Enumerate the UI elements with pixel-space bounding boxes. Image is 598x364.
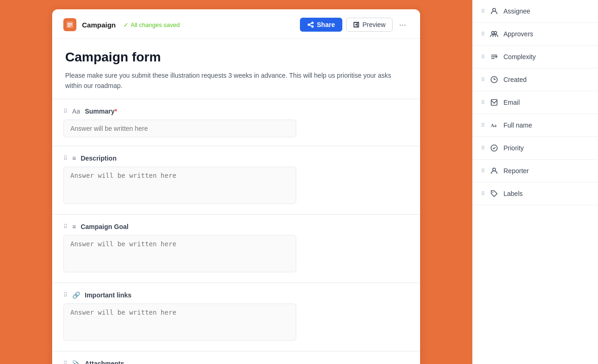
form-card: Campaign ✓ All changes saved bbox=[52, 9, 420, 364]
drag-handle-summary[interactable]: ⠿ bbox=[63, 108, 68, 115]
approvers-icon bbox=[489, 29, 499, 39]
assignee-icon bbox=[489, 7, 499, 16]
full-name-icon: Aa bbox=[489, 121, 499, 130]
sidebar-item-labels[interactable]: ⠿ Labels bbox=[473, 182, 598, 205]
sidebar-item-assignee[interactable]: ⠿ Assignee bbox=[473, 0, 598, 23]
field-summary-section: ⠿ Aa Summary* bbox=[52, 99, 420, 146]
svg-point-11 bbox=[494, 32, 496, 34]
complexity-icon bbox=[489, 52, 499, 61]
svg-point-19 bbox=[492, 192, 493, 193]
header-actions: Share Preview ··· bbox=[300, 18, 409, 32]
sidebar-drag-complexity: ⠿ bbox=[481, 54, 485, 60]
sidebar-drag-assignee: ⠿ bbox=[481, 8, 485, 14]
svg-point-10 bbox=[492, 32, 494, 34]
sidebar-item-email[interactable]: ⠿ Email bbox=[473, 91, 598, 114]
description-type-icon: ≡ bbox=[72, 155, 76, 162]
field-important-links-header: ⠿ 🔗 Important links bbox=[63, 291, 409, 299]
svg-point-4 bbox=[312, 22, 313, 24]
summary-type-icon: Aa bbox=[72, 108, 80, 115]
svg-point-6 bbox=[308, 24, 310, 26]
drag-handle-important-links[interactable]: ⠿ bbox=[63, 292, 68, 298]
summary-input[interactable] bbox=[63, 120, 296, 137]
attachments-label: Attachments bbox=[85, 360, 124, 364]
share-button[interactable]: Share bbox=[300, 18, 342, 32]
sidebar-item-complexity[interactable]: ⠿ Complexity bbox=[473, 46, 598, 68]
email-label: Email bbox=[503, 99, 520, 106]
important-links-input[interactable] bbox=[63, 303, 296, 341]
sidebar-item-priority[interactable]: ⠿ Priority bbox=[473, 137, 598, 160]
field-description-section: ⠿ ≡ Description bbox=[52, 146, 420, 214]
description-label: Description bbox=[81, 155, 116, 162]
created-label: Created bbox=[503, 76, 527, 83]
sidebar-drag-priority: ⠿ bbox=[481, 145, 485, 151]
form-description: Please make sure you submit these illust… bbox=[65, 70, 407, 91]
field-campaign-goal-header: ⠿ ≡ Campaign Goal bbox=[63, 223, 409, 230]
field-description-header: ⠿ ≡ Description bbox=[63, 155, 409, 162]
sidebar-drag-approvers: ⠿ bbox=[481, 31, 485, 37]
more-options-button[interactable]: ··· bbox=[396, 18, 409, 32]
form-title-section: Campaign form Please make sure you submi… bbox=[52, 39, 420, 99]
field-summary-header: ⠿ Aa Summary* bbox=[63, 108, 409, 115]
labels-icon bbox=[489, 189, 499, 198]
svg-line-7 bbox=[310, 23, 312, 24]
save-status-text: All changes saved bbox=[131, 21, 180, 28]
labels-label: Labels bbox=[503, 190, 523, 197]
assignee-label: Assignee bbox=[503, 7, 530, 15]
form-main-title: Campaign form bbox=[65, 50, 407, 65]
sidebar-item-approvers[interactable]: ⠿ Approvers bbox=[473, 23, 598, 46]
reporter-label: Reporter bbox=[503, 167, 529, 175]
drag-handle-campaign-goal[interactable]: ⠿ bbox=[63, 223, 68, 230]
summary-label: Summary* bbox=[85, 108, 117, 115]
field-attachments-header: ⠿ 📎 Attachments bbox=[63, 360, 409, 364]
svg-rect-1 bbox=[68, 23, 72, 24]
form-app-icon bbox=[63, 18, 76, 31]
right-sidebar: ⠿ Assignee ⠿ Approvers ⠿ bbox=[472, 0, 598, 364]
drag-handle-attachments[interactable]: ⠿ bbox=[63, 360, 68, 364]
attachments-type-icon: 📎 bbox=[72, 360, 80, 364]
campaign-goal-input[interactable] bbox=[63, 235, 296, 272]
campaign-goal-type-icon: ≡ bbox=[72, 223, 76, 230]
form-card-header: Campaign ✓ All changes saved bbox=[52, 9, 420, 39]
svg-text:Aa: Aa bbox=[491, 123, 496, 128]
drag-handle-description[interactable]: ⠿ bbox=[63, 155, 68, 162]
important-links-label: Important links bbox=[85, 291, 131, 299]
important-links-type-icon: 🔗 bbox=[72, 291, 80, 299]
preview-button[interactable]: Preview bbox=[346, 18, 393, 32]
main-content: Campaign ✓ All changes saved bbox=[0, 0, 472, 364]
form-name-label: Campaign bbox=[82, 21, 116, 29]
svg-rect-3 bbox=[68, 26, 70, 27]
sidebar-item-created[interactable]: ⠿ Created bbox=[473, 68, 598, 91]
sidebar-drag-reporter: ⠿ bbox=[481, 168, 485, 174]
required-indicator: * bbox=[115, 108, 117, 115]
full-name-label: Full name bbox=[503, 121, 532, 129]
priority-label: Priority bbox=[503, 144, 524, 152]
field-important-links-section: ⠿ 🔗 Important links bbox=[52, 283, 420, 351]
field-attachments-section: ⠿ 📎 Attachments ⬆ Attachments will be up… bbox=[52, 351, 420, 364]
main-area: Campaign ✓ All changes saved bbox=[0, 0, 472, 364]
checkmark-icon: ✓ bbox=[123, 21, 129, 28]
sidebar-drag-full-name: ⠿ bbox=[481, 122, 485, 128]
svg-line-8 bbox=[310, 25, 312, 26]
created-icon bbox=[489, 75, 499, 84]
svg-rect-2 bbox=[68, 25, 72, 26]
reporter-icon bbox=[489, 166, 499, 175]
svg-point-5 bbox=[312, 26, 313, 27]
sidebar-drag-created: ⠿ bbox=[481, 77, 485, 83]
approvers-label: Approvers bbox=[503, 30, 533, 38]
field-campaign-goal-section: ⠿ ≡ Campaign Goal bbox=[52, 214, 420, 283]
complexity-label: Complexity bbox=[503, 53, 536, 61]
email-icon bbox=[489, 98, 499, 107]
sidebar-item-reporter[interactable]: ⠿ Reporter bbox=[473, 160, 598, 182]
description-input[interactable] bbox=[63, 167, 296, 204]
campaign-goal-label: Campaign Goal bbox=[81, 223, 129, 230]
save-status: ✓ All changes saved bbox=[123, 21, 180, 28]
priority-icon bbox=[489, 143, 499, 153]
sidebar-item-full-name[interactable]: ⠿ Aa Full name bbox=[473, 114, 598, 137]
sidebar-drag-labels: ⠿ bbox=[481, 191, 485, 197]
sidebar-drag-email: ⠿ bbox=[481, 100, 485, 106]
